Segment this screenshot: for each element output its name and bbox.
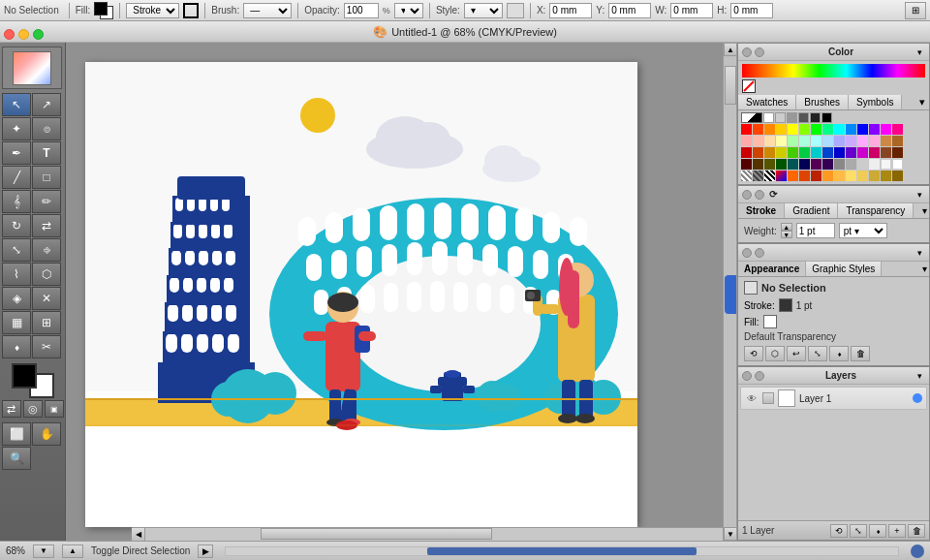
swatch[interactable] <box>788 159 798 170</box>
x-input[interactable]: 0 mm <box>549 3 592 18</box>
stroke-panel-expand[interactable]: ▾ <box>920 203 929 218</box>
swatch[interactable] <box>869 124 880 135</box>
swatch[interactable] <box>881 171 891 181</box>
swatch[interactable] <box>846 159 856 170</box>
mac-close-btn[interactable] <box>4 29 15 40</box>
swatch[interactable] <box>857 147 868 158</box>
swatch[interactable] <box>857 124 868 135</box>
scroll-left-btn[interactable]: ◀ <box>132 528 145 542</box>
color-panel-menu[interactable]: ▾ <box>914 47 925 58</box>
type-btn[interactable]: T <box>32 141 61 165</box>
style-select[interactable]: ▾ <box>464 3 503 18</box>
layer-lock-btn[interactable] <box>762 392 774 404</box>
swatch[interactable] <box>811 159 822 170</box>
gradient-btn[interactable]: ▦ <box>2 311 31 334</box>
move-to-new-layer-btn[interactable]: ⬧ <box>869 524 886 538</box>
warp-btn[interactable]: ⌇ <box>2 263 31 286</box>
stroke-tab[interactable]: Stroke <box>738 203 785 218</box>
appearance-del-btn[interactable]: 🗑 <box>851 346 870 361</box>
delete-layer-btn[interactable]: 🗑 <box>908 524 925 538</box>
rectangle-btn[interactable]: □ <box>32 166 61 189</box>
opacity-input[interactable]: 100 <box>344 3 379 18</box>
swatch[interactable] <box>788 124 798 135</box>
swatch[interactable] <box>834 136 845 146</box>
stroke-select[interactable]: Stroke <box>126 3 179 18</box>
transparency-tab[interactable]: Transparency <box>838 203 914 218</box>
brushes-tab[interactable]: Brushes <box>796 95 849 109</box>
scroll-indicator-btn[interactable] <box>911 544 924 558</box>
h-input[interactable]: 0 mm <box>730 3 773 18</box>
swatches-tab[interactable]: Swatches <box>738 95 796 109</box>
swatch[interactable] <box>881 136 891 146</box>
color-mode-btn[interactable]: ▣ <box>45 400 64 418</box>
swatch[interactable] <box>834 124 845 135</box>
swatch[interactable] <box>892 171 903 181</box>
swatch[interactable] <box>881 147 891 158</box>
swatch[interactable] <box>846 136 856 146</box>
none-swatch[interactable] <box>741 112 762 123</box>
line-btn[interactable]: ╱ <box>2 166 31 189</box>
swatch[interactable] <box>741 136 752 146</box>
selection-tool-btn[interactable]: ↖ <box>2 93 31 116</box>
appearance-tab[interactable]: Appearance <box>738 262 806 276</box>
appearance-panel-min[interactable] <box>755 248 764 258</box>
swatch[interactable] <box>881 124 891 135</box>
symbols-tab[interactable]: Symbols <box>849 95 902 109</box>
swatch[interactable] <box>753 147 763 158</box>
stroke-color-swatch[interactable] <box>779 298 792 312</box>
swatch[interactable] <box>776 147 787 158</box>
shear-btn[interactable]: ⎆ <box>32 238 61 262</box>
opacity-mode[interactable]: ▾ <box>394 3 423 18</box>
swatch[interactable] <box>822 147 833 158</box>
magic-wand-btn[interactable]: ✦ <box>2 117 31 140</box>
swatch[interactable] <box>822 159 833 170</box>
swatch[interactable] <box>892 136 903 146</box>
w-input[interactable]: 0 mm <box>670 3 713 18</box>
new-layer-btn[interactable]: + <box>888 524 906 538</box>
pencil-btn[interactable]: ✏ <box>32 190 61 213</box>
pattern-swatch[interactable] <box>764 171 775 181</box>
lasso-btn[interactable]: ⌾ <box>32 117 61 140</box>
pen-btn[interactable]: ✒ <box>2 141 31 165</box>
live-paint-btn[interactable]: ⬧ <box>2 335 31 358</box>
eyedropper-btn[interactable]: ◈ <box>2 287 31 310</box>
swatch[interactable] <box>869 136 880 146</box>
fill-color-swatch[interactable] <box>763 315 777 328</box>
near-black-swatch[interactable] <box>810 112 821 123</box>
foreground-color[interactable] <box>12 363 37 389</box>
scroll-thumb[interactable] <box>725 66 736 105</box>
gradient-tab[interactable]: Gradient <box>785 203 838 218</box>
swatch[interactable] <box>834 159 845 170</box>
scrollbar-thumb-h[interactable] <box>261 528 491 540</box>
swatch[interactable] <box>857 171 868 181</box>
color-panel-min[interactable] <box>755 47 764 57</box>
swatch[interactable] <box>811 124 822 135</box>
swatch[interactable] <box>776 124 787 135</box>
panel-collapse-tab[interactable] <box>725 275 736 314</box>
appearance-new-btn[interactable]: ⬧ <box>829 346 849 361</box>
pattern-swatch[interactable] <box>741 171 752 181</box>
swatch[interactable] <box>892 159 903 170</box>
layers-panel-min[interactable] <box>755 371 764 381</box>
swatch[interactable] <box>811 171 822 181</box>
swatch[interactable] <box>881 159 891 170</box>
swatch[interactable] <box>869 171 880 181</box>
swatch[interactable] <box>788 171 798 181</box>
swatch[interactable] <box>892 147 903 158</box>
weight-down-btn[interactable]: ▼ <box>781 231 792 238</box>
stroke-panel-min[interactable] <box>755 190 764 200</box>
layer-visibility-btn[interactable]: 👁 <box>745 391 759 405</box>
pattern-swatch[interactable] <box>753 171 763 181</box>
make-clip-mask-btn[interactable]: ⟲ <box>830 524 848 538</box>
med-gray-swatch[interactable] <box>787 112 797 123</box>
swatch[interactable] <box>822 171 833 181</box>
swatch[interactable] <box>799 147 810 158</box>
swatch[interactable] <box>753 136 763 146</box>
stroke-panel-menu[interactable]: ▾ <box>914 189 925 201</box>
weight-up-btn[interactable]: ▲ <box>781 223 792 231</box>
scroll-up-btn[interactable]: ▲ <box>724 43 737 56</box>
swatch[interactable] <box>799 159 810 170</box>
direct-selection-tool-btn[interactable]: ↗ <box>32 93 61 116</box>
swatch[interactable] <box>892 124 903 135</box>
zoom-down-btn[interactable]: ▼ <box>33 544 54 558</box>
